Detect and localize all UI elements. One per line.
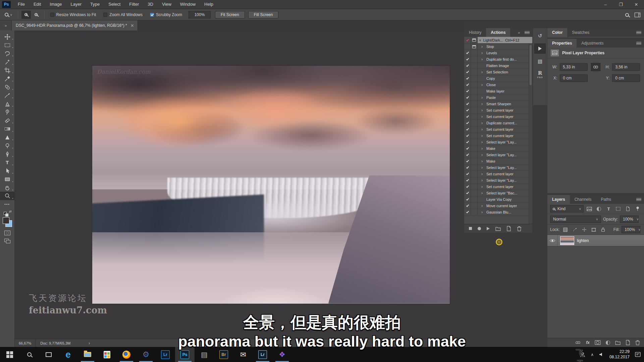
action-check-cell[interactable]: [464, 190, 471, 196]
action-check-cell[interactable]: [464, 114, 471, 120]
action-check-cell[interactable]: [464, 88, 471, 94]
menu-item[interactable]: Edit: [29, 0, 45, 9]
collapse-panel-icon[interactable]: »: [518, 31, 520, 35]
action-check-cell[interactable]: [464, 203, 471, 209]
action-modal-cell[interactable]: [471, 63, 478, 69]
action-modal-cell[interactable]: [471, 56, 478, 62]
healing-brush-tool[interactable]: [0, 83, 15, 91]
action-modal-cell[interactable]: [471, 120, 478, 126]
move-tool[interactable]: [0, 33, 15, 41]
action-check-cell[interactable]: [464, 145, 471, 152]
close-button[interactable]: ✕: [629, 0, 644, 9]
begin-recording-button[interactable]: [478, 227, 481, 230]
expand-chevron-icon[interactable]: [478, 95, 486, 100]
panel-tab[interactable]: Actions: [486, 28, 510, 37]
action-row[interactable]: Set Selection: [464, 69, 532, 75]
lasso-tool[interactable]: [0, 49, 15, 58]
stop-playing-button[interactable]: [469, 227, 472, 230]
menu-item[interactable]: Help: [200, 0, 218, 9]
speaker-icon[interactable]: [599, 352, 604, 357]
magic-wand-tool[interactable]: [0, 58, 15, 66]
menu-item[interactable]: 3D: [143, 0, 158, 9]
action-modal-cell[interactable]: [471, 190, 478, 196]
expand-chevron-icon[interactable]: [478, 51, 486, 55]
action-row[interactable]: Flatten Image: [464, 63, 532, 69]
lock-artboard-icon[interactable]: [590, 226, 597, 233]
menu-item[interactable]: Select: [104, 0, 125, 9]
checkbox-box[interactable]: [150, 13, 154, 17]
expand-chevron-icon[interactable]: [478, 127, 486, 132]
blend-mode-dropdown[interactable]: Normal∨: [550, 216, 601, 223]
action-check-cell[interactable]: [464, 133, 471, 139]
action-check-cell[interactable]: [464, 152, 471, 158]
expand-chevron-icon[interactable]: [478, 153, 486, 157]
expand-chevron-icon[interactable]: [478, 108, 486, 113]
options-checkbox[interactable]: Resize Windows to Fit: [50, 12, 96, 17]
document-tab[interactable]: DSC_9649-HDR Panorama.psb @ 66,7% (light…: [11, 20, 138, 31]
action-row[interactable]: Set current layer: [464, 126, 532, 133]
action-row[interactable]: Select layer "Lay...: [464, 177, 532, 184]
expand-chevron-icon[interactable]: [478, 178, 486, 183]
filter-pin-icon[interactable]: [634, 205, 641, 213]
expand-chevron-icon[interactable]: [478, 140, 486, 144]
action-check-cell[interactable]: [464, 95, 471, 101]
link-dimensions-icon[interactable]: [591, 63, 601, 71]
action-modal-cell[interactable]: [471, 101, 478, 107]
options-button[interactable]: Fill Screen: [248, 11, 279, 18]
layer-visibility-toggle[interactable]: [547, 235, 557, 246]
action-row[interactable]: Close: [464, 82, 532, 88]
height-input[interactable]: 3,56 in: [612, 63, 640, 71]
action-modal-cell[interactable]: [471, 165, 478, 171]
checkbox-box[interactable]: [103, 13, 107, 17]
action-row[interactable]: Paste: [464, 95, 532, 101]
eraser-tool[interactable]: [0, 116, 15, 125]
tray-expand-icon[interactable]: ∧: [591, 352, 594, 357]
expand-chevron-icon[interactable]: [478, 114, 486, 119]
action-modal-cell[interactable]: [471, 145, 478, 152]
action-modal-cell[interactable]: [471, 88, 478, 94]
menu-item[interactable]: File: [13, 0, 29, 9]
action-set-modal-icon[interactable]: [472, 39, 476, 42]
eyedropper-tool[interactable]: [0, 74, 15, 83]
action-row[interactable]: Smart Sharpen: [464, 101, 532, 107]
action-row[interactable]: Levels: [464, 50, 532, 56]
action-row[interactable]: Layer Via Copy: [464, 196, 532, 203]
action-check-cell[interactable]: [464, 101, 471, 107]
filter-type-layers-icon[interactable]: T: [605, 205, 612, 213]
action-check-cell[interactable]: [464, 126, 471, 132]
action-set-check-icon[interactable]: [466, 38, 469, 41]
new-set-folder-icon[interactable]: [495, 226, 501, 231]
panel-tab[interactable]: Paths: [596, 195, 616, 204]
expand-chevron-icon[interactable]: [478, 57, 486, 62]
expand-chevron-icon[interactable]: [478, 184, 486, 189]
play-panel-icon[interactable]: [534, 44, 546, 54]
action-check-cell[interactable]: [464, 50, 471, 56]
action-check-cell[interactable]: [464, 171, 471, 177]
fill-input[interactable]: 100%∨: [622, 226, 640, 233]
action-modal-cell[interactable]: [471, 177, 478, 183]
action-row[interactable]: Duplicate current...: [464, 120, 532, 126]
expand-chevron-icon[interactable]: [478, 102, 486, 106]
panel-tab[interactable]: Color: [547, 28, 567, 37]
sharpen-tool[interactable]: [0, 133, 15, 141]
play-selection-button[interactable]: [487, 227, 490, 230]
action-modal-cell[interactable]: [471, 44, 478, 50]
menu-item[interactable]: Type: [86, 0, 104, 9]
lock-position-icon[interactable]: [581, 226, 588, 233]
photoshop-logo-icon[interactable]: Ps: [2, 1, 11, 8]
action-check-cell[interactable]: [464, 120, 471, 126]
action-check-cell[interactable]: [464, 44, 471, 50]
zoom-out-button[interactable]: –: [32, 11, 41, 19]
history-panel-icon[interactable]: ↺: [534, 31, 546, 41]
action-row[interactable]: Select layer "Lay...: [464, 152, 532, 158]
zoom-in-button[interactable]: +: [21, 11, 31, 19]
action-row[interactable]: Duplicate first do...: [464, 56, 532, 63]
action-check-cell[interactable]: [464, 184, 471, 190]
tab-overflow-icon[interactable]: »: [0, 20, 11, 31]
panel-tab[interactable]: Properties: [547, 39, 577, 48]
action-check-cell[interactable]: [464, 69, 471, 75]
action-set-row[interactable]: ∨ Light/Dark... Ctrl+F12: [464, 37, 532, 44]
lock-transparent-pixels-icon[interactable]: [562, 226, 569, 233]
gradient-tool[interactable]: [0, 125, 15, 133]
marquee-tool[interactable]: [0, 41, 15, 49]
